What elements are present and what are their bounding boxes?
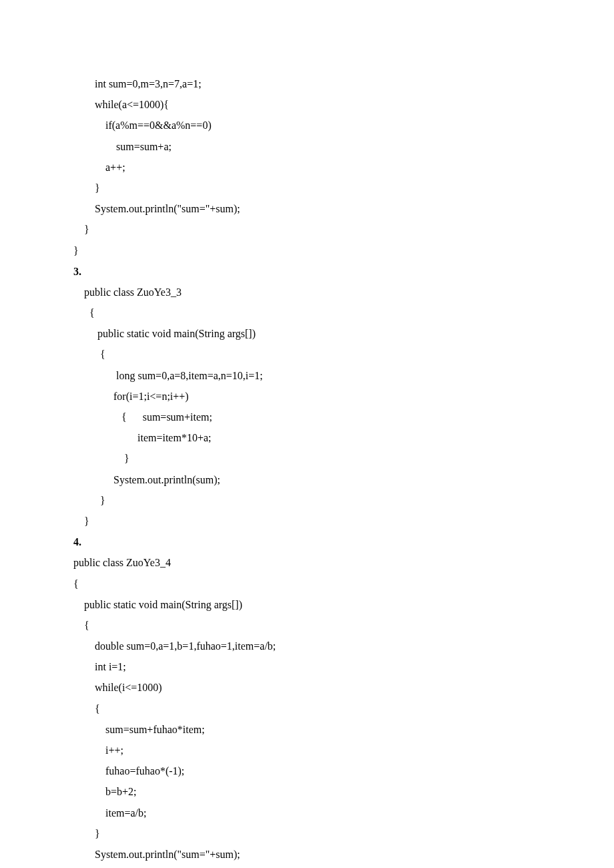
section-header: 4.: [73, 531, 554, 552]
code-line: {: [73, 615, 554, 636]
code-line: {: [73, 344, 554, 365]
code-line: {: [73, 302, 554, 323]
document-page: int sum=0,m=3,n=7,a=1; while(a<=1000){ i…: [0, 0, 614, 868]
code-line: }: [73, 865, 554, 868]
code-line: }: [73, 219, 554, 240]
code-line: }: [73, 823, 554, 844]
code-line: }: [73, 511, 554, 531]
code-line: fuhao=fuhao*(-1);: [73, 761, 554, 781]
code-line: int sum=0,m=3,n=7,a=1;: [73, 73, 554, 94]
code-line: public static void main(String args[]): [73, 594, 554, 615]
code-line: public class ZuoYe3_3: [73, 282, 554, 302]
code-line: while(a<=1000){: [73, 94, 554, 115]
code-line: {: [73, 574, 554, 594]
code-line: a++;: [73, 157, 554, 178]
code-line: long sum=0,a=8,item=a,n=10,i=1;: [73, 365, 554, 386]
code-line: int i=1;: [73, 656, 554, 677]
code-line: for(i=1;i<=n;i++): [73, 386, 554, 407]
code-line: }: [73, 240, 554, 261]
code-line: public static void main(String args[]): [73, 323, 554, 344]
code-line: {: [73, 698, 554, 719]
code-line: }: [73, 178, 554, 198]
code-line: sum=sum+a;: [73, 136, 554, 157]
code-line: item=item*10+a;: [73, 427, 554, 448]
code-line: System.out.println("sum="+sum);: [73, 844, 554, 865]
code-line: System.out.println(sum);: [73, 469, 554, 490]
code-line: item=a/b;: [73, 803, 554, 823]
code-line: }: [73, 448, 554, 469]
code-line: while(i<=1000): [73, 677, 554, 698]
code-line: public class ZuoYe3_4: [73, 552, 554, 573]
code-line: double sum=0,a=1,b=1,fuhao=1,item=a/b;: [73, 636, 554, 656]
code-line: b=b+2;: [73, 781, 554, 802]
code-line: i++;: [73, 740, 554, 761]
code-line: if(a%m==0&&a%n==0): [73, 115, 554, 136]
code-line: System.out.println("sum="+sum);: [73, 198, 554, 219]
code-line: { sum=sum+item;: [73, 407, 554, 427]
code-line: sum=sum+fuhao*item;: [73, 719, 554, 740]
code-line: }: [73, 490, 554, 511]
section-header: 3.: [73, 261, 554, 282]
